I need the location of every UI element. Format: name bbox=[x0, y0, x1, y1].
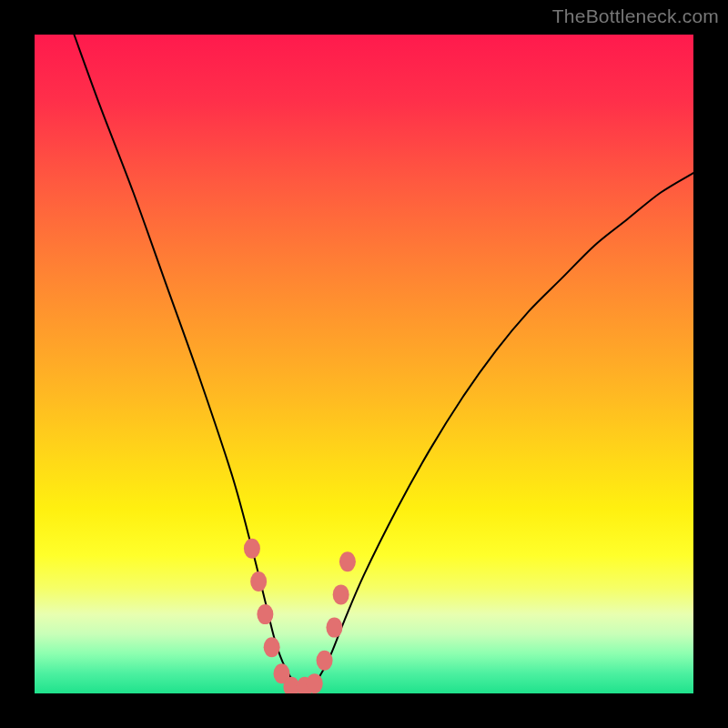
marker-group bbox=[244, 539, 356, 693]
curve-marker bbox=[250, 571, 267, 592]
curve-marker bbox=[264, 637, 280, 657]
curve-marker bbox=[317, 651, 333, 671]
curve-marker bbox=[244, 539, 260, 559]
curve-marker bbox=[333, 584, 349, 604]
bottleneck-curve bbox=[74, 35, 693, 689]
curve-marker bbox=[257, 604, 273, 624]
chart-stage: TheBottleneck.com bbox=[0, 0, 728, 728]
curve-marker bbox=[326, 618, 342, 638]
curve-layer bbox=[35, 35, 693, 693]
plot-area bbox=[35, 35, 693, 693]
curve-marker bbox=[307, 673, 323, 693]
curve-marker bbox=[339, 551, 356, 571]
watermark-text: TheBottleneck.com bbox=[552, 5, 719, 27]
